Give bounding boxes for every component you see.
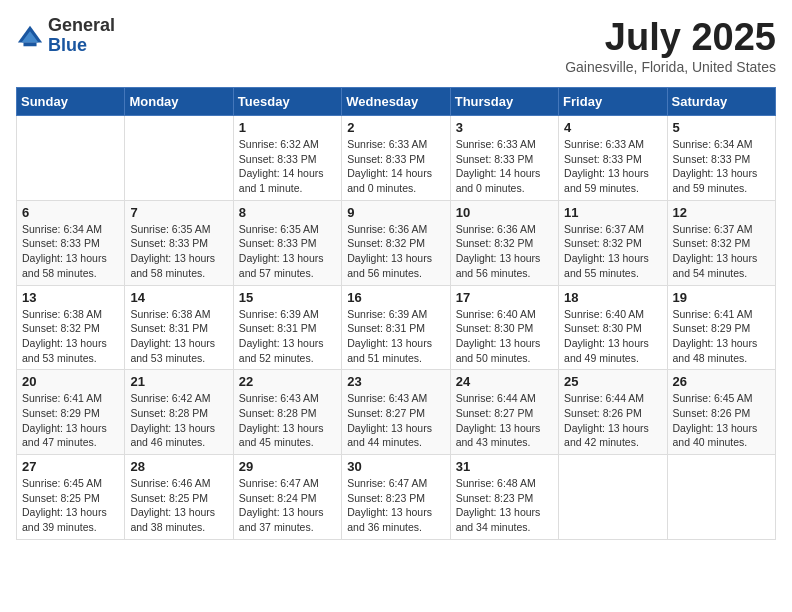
day-info: Sunrise: 6:44 AM Sunset: 8:27 PM Dayligh… <box>456 391 553 450</box>
day-number: 3 <box>456 120 553 135</box>
day-info: Sunrise: 6:46 AM Sunset: 8:25 PM Dayligh… <box>130 476 227 535</box>
day-number: 20 <box>22 374 119 389</box>
day-info: Sunrise: 6:45 AM Sunset: 8:25 PM Dayligh… <box>22 476 119 535</box>
calendar-cell: 23Sunrise: 6:43 AM Sunset: 8:27 PM Dayli… <box>342 370 450 455</box>
day-number: 18 <box>564 290 661 305</box>
calendar-cell: 31Sunrise: 6:48 AM Sunset: 8:23 PM Dayli… <box>450 455 558 540</box>
day-info: Sunrise: 6:40 AM Sunset: 8:30 PM Dayligh… <box>456 307 553 366</box>
title-block: July 2025 Gainesville, Florida, United S… <box>565 16 776 75</box>
day-info: Sunrise: 6:43 AM Sunset: 8:28 PM Dayligh… <box>239 391 336 450</box>
day-number: 19 <box>673 290 770 305</box>
logo-text: General Blue <box>48 16 115 56</box>
weekday-header-friday: Friday <box>559 88 667 116</box>
day-info: Sunrise: 6:38 AM Sunset: 8:31 PM Dayligh… <box>130 307 227 366</box>
calendar-cell: 28Sunrise: 6:46 AM Sunset: 8:25 PM Dayli… <box>125 455 233 540</box>
calendar-cell: 9Sunrise: 6:36 AM Sunset: 8:32 PM Daylig… <box>342 200 450 285</box>
weekday-header-thursday: Thursday <box>450 88 558 116</box>
calendar-cell: 18Sunrise: 6:40 AM Sunset: 8:30 PM Dayli… <box>559 285 667 370</box>
calendar-cell: 17Sunrise: 6:40 AM Sunset: 8:30 PM Dayli… <box>450 285 558 370</box>
weekday-header-sunday: Sunday <box>17 88 125 116</box>
day-number: 31 <box>456 459 553 474</box>
day-number: 13 <box>22 290 119 305</box>
day-number: 22 <box>239 374 336 389</box>
day-info: Sunrise: 6:37 AM Sunset: 8:32 PM Dayligh… <box>673 222 770 281</box>
weekday-header-tuesday: Tuesday <box>233 88 341 116</box>
day-info: Sunrise: 6:47 AM Sunset: 8:24 PM Dayligh… <box>239 476 336 535</box>
calendar-cell: 25Sunrise: 6:44 AM Sunset: 8:26 PM Dayli… <box>559 370 667 455</box>
calendar-cell: 20Sunrise: 6:41 AM Sunset: 8:29 PM Dayli… <box>17 370 125 455</box>
day-info: Sunrise: 6:42 AM Sunset: 8:28 PM Dayligh… <box>130 391 227 450</box>
day-info: Sunrise: 6:32 AM Sunset: 8:33 PM Dayligh… <box>239 137 336 196</box>
logo-icon <box>16 22 44 50</box>
day-info: Sunrise: 6:40 AM Sunset: 8:30 PM Dayligh… <box>564 307 661 366</box>
day-number: 16 <box>347 290 444 305</box>
day-info: Sunrise: 6:38 AM Sunset: 8:32 PM Dayligh… <box>22 307 119 366</box>
calendar-cell: 10Sunrise: 6:36 AM Sunset: 8:32 PM Dayli… <box>450 200 558 285</box>
calendar-cell: 27Sunrise: 6:45 AM Sunset: 8:25 PM Dayli… <box>17 455 125 540</box>
calendar-cell: 3Sunrise: 6:33 AM Sunset: 8:33 PM Daylig… <box>450 116 558 201</box>
day-number: 6 <box>22 205 119 220</box>
svg-rect-2 <box>23 42 36 46</box>
day-number: 23 <box>347 374 444 389</box>
month-title: July 2025 <box>565 16 776 59</box>
weekday-header-row: SundayMondayTuesdayWednesdayThursdayFrid… <box>17 88 776 116</box>
calendar-cell: 24Sunrise: 6:44 AM Sunset: 8:27 PM Dayli… <box>450 370 558 455</box>
day-number: 8 <box>239 205 336 220</box>
day-number: 5 <box>673 120 770 135</box>
day-number: 14 <box>130 290 227 305</box>
day-number: 25 <box>564 374 661 389</box>
calendar-cell: 11Sunrise: 6:37 AM Sunset: 8:32 PM Dayli… <box>559 200 667 285</box>
calendar-cell: 16Sunrise: 6:39 AM Sunset: 8:31 PM Dayli… <box>342 285 450 370</box>
day-number: 9 <box>347 205 444 220</box>
logo: General Blue <box>16 16 115 56</box>
day-info: Sunrise: 6:41 AM Sunset: 8:29 PM Dayligh… <box>22 391 119 450</box>
day-info: Sunrise: 6:39 AM Sunset: 8:31 PM Dayligh… <box>239 307 336 366</box>
calendar-table: SundayMondayTuesdayWednesdayThursdayFrid… <box>16 87 776 540</box>
day-number: 21 <box>130 374 227 389</box>
day-number: 17 <box>456 290 553 305</box>
calendar-week-2: 6Sunrise: 6:34 AM Sunset: 8:33 PM Daylig… <box>17 200 776 285</box>
calendar-cell: 13Sunrise: 6:38 AM Sunset: 8:32 PM Dayli… <box>17 285 125 370</box>
day-info: Sunrise: 6:33 AM Sunset: 8:33 PM Dayligh… <box>564 137 661 196</box>
day-info: Sunrise: 6:45 AM Sunset: 8:26 PM Dayligh… <box>673 391 770 450</box>
calendar-week-4: 20Sunrise: 6:41 AM Sunset: 8:29 PM Dayli… <box>17 370 776 455</box>
weekday-header-saturday: Saturday <box>667 88 775 116</box>
calendar-cell: 30Sunrise: 6:47 AM Sunset: 8:23 PM Dayli… <box>342 455 450 540</box>
day-info: Sunrise: 6:34 AM Sunset: 8:33 PM Dayligh… <box>673 137 770 196</box>
day-number: 2 <box>347 120 444 135</box>
calendar-cell <box>559 455 667 540</box>
day-info: Sunrise: 6:33 AM Sunset: 8:33 PM Dayligh… <box>347 137 444 196</box>
day-info: Sunrise: 6:36 AM Sunset: 8:32 PM Dayligh… <box>347 222 444 281</box>
day-info: Sunrise: 6:44 AM Sunset: 8:26 PM Dayligh… <box>564 391 661 450</box>
day-info: Sunrise: 6:33 AM Sunset: 8:33 PM Dayligh… <box>456 137 553 196</box>
day-info: Sunrise: 6:41 AM Sunset: 8:29 PM Dayligh… <box>673 307 770 366</box>
day-number: 26 <box>673 374 770 389</box>
calendar-week-3: 13Sunrise: 6:38 AM Sunset: 8:32 PM Dayli… <box>17 285 776 370</box>
calendar-cell: 26Sunrise: 6:45 AM Sunset: 8:26 PM Dayli… <box>667 370 775 455</box>
day-number: 15 <box>239 290 336 305</box>
day-info: Sunrise: 6:39 AM Sunset: 8:31 PM Dayligh… <box>347 307 444 366</box>
calendar-cell: 8Sunrise: 6:35 AM Sunset: 8:33 PM Daylig… <box>233 200 341 285</box>
calendar-cell <box>17 116 125 201</box>
calendar-week-1: 1Sunrise: 6:32 AM Sunset: 8:33 PM Daylig… <box>17 116 776 201</box>
day-info: Sunrise: 6:36 AM Sunset: 8:32 PM Dayligh… <box>456 222 553 281</box>
weekday-header-wednesday: Wednesday <box>342 88 450 116</box>
day-info: Sunrise: 6:35 AM Sunset: 8:33 PM Dayligh… <box>130 222 227 281</box>
day-number: 27 <box>22 459 119 474</box>
logo-general-text: General <box>48 16 115 36</box>
page-header: General Blue July 2025 Gainesville, Flor… <box>16 16 776 75</box>
calendar-cell: 21Sunrise: 6:42 AM Sunset: 8:28 PM Dayli… <box>125 370 233 455</box>
day-info: Sunrise: 6:48 AM Sunset: 8:23 PM Dayligh… <box>456 476 553 535</box>
calendar-cell: 12Sunrise: 6:37 AM Sunset: 8:32 PM Dayli… <box>667 200 775 285</box>
calendar-cell: 7Sunrise: 6:35 AM Sunset: 8:33 PM Daylig… <box>125 200 233 285</box>
calendar-cell: 22Sunrise: 6:43 AM Sunset: 8:28 PM Dayli… <box>233 370 341 455</box>
day-number: 11 <box>564 205 661 220</box>
location: Gainesville, Florida, United States <box>565 59 776 75</box>
day-info: Sunrise: 6:37 AM Sunset: 8:32 PM Dayligh… <box>564 222 661 281</box>
day-number: 30 <box>347 459 444 474</box>
day-number: 10 <box>456 205 553 220</box>
calendar-cell: 1Sunrise: 6:32 AM Sunset: 8:33 PM Daylig… <box>233 116 341 201</box>
day-number: 1 <box>239 120 336 135</box>
weekday-header-monday: Monday <box>125 88 233 116</box>
calendar-cell: 4Sunrise: 6:33 AM Sunset: 8:33 PM Daylig… <box>559 116 667 201</box>
